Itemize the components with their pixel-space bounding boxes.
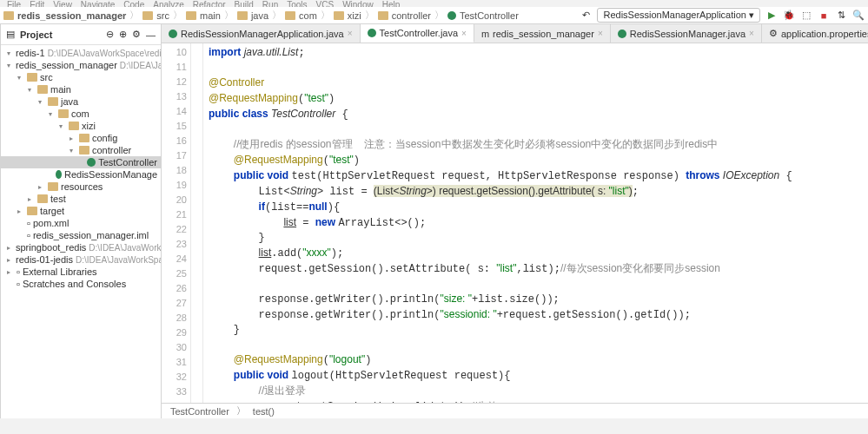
folder-icon [69,122,79,130]
folder-icon [285,11,295,20]
editor-tabs[interactable]: RedisSessionManagerApplication.java×Test… [162,24,868,43]
back-icon[interactable]: ↶ [580,10,592,22]
tree-item[interactable]: ▸▫External Libraries [1,266,161,278]
tree-item[interactable]: ▸resources [1,181,161,193]
folder-icon [142,11,153,20]
menu-bar[interactable]: FileEditViewNavigateCodeAnalyzeRefactorB… [0,0,868,7]
class-icon [447,11,456,20]
breadcrumb[interactable]: redis_session_manager〉 src〉 main〉 java〉 … [3,9,580,22]
run-icon[interactable]: ▶ [765,10,778,22]
folder-icon [79,146,89,155]
maven-icon: m [481,29,489,39]
project-header: ▤ Project ⊖ ⊕ ⚙ — [1,24,161,45]
gutter-marks [191,43,203,403]
folder-icon [37,85,48,94]
class-icon [368,29,376,37]
class-icon [56,170,62,179]
tree-item[interactable]: ▸target [1,205,161,217]
tree-item[interactable]: ▾com [1,108,161,120]
project-title: Project [20,30,101,40]
tree-item[interactable]: ▾redis_session_manager D:\IDEA\JavaWo [1,59,161,71]
folder-icon [27,73,37,82]
tree-item[interactable]: ▾main [1,83,161,95]
tree-item[interactable]: ▫pom.xml [1,217,161,229]
line-gutter[interactable]: 1011121314151617181920212223242526272829… [162,43,191,403]
folder-icon [37,194,48,203]
class-icon [169,30,177,38]
stop-icon[interactable]: ■ [818,10,830,22]
project-icon: ▤ [6,29,15,40]
editor-tab[interactable]: RedisSessionManager.java× [611,24,762,43]
tree-item[interactable]: ▸config [1,132,161,144]
folder-icon [334,11,344,20]
props-icon: ⚙ [769,28,778,39]
tree-item[interactable]: ▾xizi [1,120,161,132]
tree-item[interactable]: ▾redis-1 D:\IDEA\JavaWorkSpace\redis\re [1,47,161,59]
folder-icon [48,97,58,106]
tree-item[interactable]: ▾src [1,71,161,83]
close-icon[interactable]: × [461,29,467,38]
editor-breadcrumb[interactable]: TestController〉test() [162,403,868,418]
folder-icon [378,11,388,20]
close-icon[interactable]: × [598,29,603,38]
code-editor[interactable]: import java.util.List; @Controller @Requ… [203,43,868,403]
project-tool-window: ▤ Project ⊖ ⊕ ⚙ — ▾redis-1 D:\IDEA\JavaW… [1,24,162,418]
tree-item[interactable]: ▾java [1,95,161,108]
vcs-icon[interactable]: ⇅ [835,10,847,22]
folder-icon [186,11,196,20]
editor-tab[interactable]: mredis_session_manager× [474,24,611,43]
editor-tab[interactable]: ⚙application.properties× [762,24,868,43]
file-icon: ▫ [17,279,20,289]
collapse-icon[interactable]: ⊖ [106,29,114,40]
folder-icon [27,207,37,215]
editor: RedisSessionManagerApplication.java×Test… [162,24,868,418]
hide-icon[interactable]: — [146,30,156,40]
close-icon[interactable]: × [749,29,754,38]
editor-tab[interactable]: TestController.java× [361,24,474,43]
tree-item[interactable]: ▸redis-01-jedis D:\IDEA\JavaWorkSpace [1,253,161,266]
file-icon: ▫ [17,266,20,277]
tree-item[interactable]: ▸springboot_redis D:\IDEA\JavaWorkSp [1,241,161,253]
folder-icon [237,11,248,20]
folder-icon [79,134,89,142]
settings-icon[interactable]: ⚙ [132,29,141,40]
class-icon [87,158,96,167]
tree-item[interactable]: ▫Scratches and Consoles [1,278,161,290]
navigation-bar: redis_session_manager〉 src〉 main〉 java〉 … [0,7,868,24]
search-icon[interactable]: 🔍 [852,10,865,22]
file-icon: ▫ [27,230,30,240]
tree-item[interactable]: ▫redis_session_manager.iml [1,229,161,241]
file-icon: ▫ [27,218,30,228]
select-opened-icon[interactable]: ⊕ [119,29,127,40]
project-tree[interactable]: ▾redis-1 D:\IDEA\JavaWorkSpace\redis\re▾… [1,45,161,418]
debug-icon[interactable]: 🐞 [783,10,795,22]
tree-item[interactable]: TestController [1,156,161,168]
tree-item[interactable]: ▾controller [1,144,161,156]
folder-icon [58,109,69,118]
tree-item[interactable]: ▸test [1,193,161,205]
coverage-icon[interactable]: ⬚ [800,10,812,22]
class-icon [618,30,626,38]
folder-icon [3,11,14,20]
folder-icon [48,182,58,191]
run-config-select[interactable]: RedisSessionManagerApplication ▾ [597,8,760,23]
editor-tab[interactable]: RedisSessionManagerApplication.java× [162,24,361,43]
tree-item[interactable]: RedisSessionManage [1,168,161,181]
close-icon[interactable]: × [348,29,353,38]
